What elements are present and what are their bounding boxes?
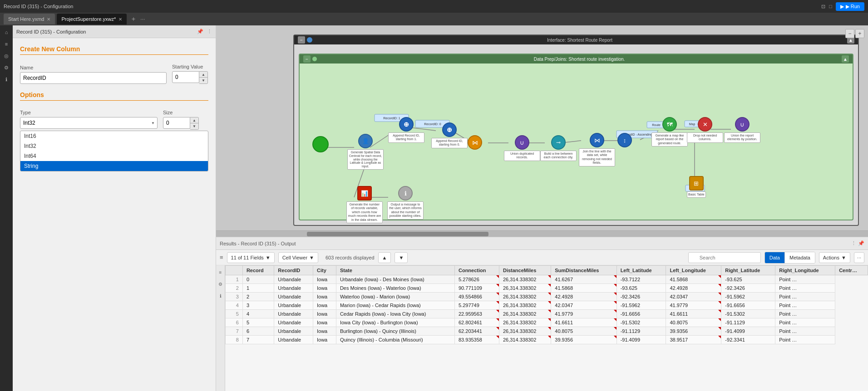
outer-expand-btn[interactable]: − [298, 36, 305, 44]
wf-node-recordid1[interactable]: ⊕ Append Record ID, starting from 1. [388, 117, 424, 143]
col-header-right-lat[interactable]: Right_Latitude [721, 266, 775, 275]
tab-add-button[interactable]: ＋ [128, 15, 138, 23]
search-input[interactable] [688, 252, 761, 263]
wf-node-spatial-desc: Generate Spatial Data Centroid for each … [347, 149, 384, 170]
type-item-string[interactable]: String [20, 161, 208, 171]
table-cell: -93.625 [721, 275, 775, 284]
table-cell: 26,314.338302 [499, 301, 551, 310]
spinner-down-button[interactable]: ▼ [199, 78, 207, 83]
table-row: 87UrbandaleIowaQuincy (Illinois) - Colum… [226, 336, 868, 344]
results-strip-icon-2[interactable]: ⚙ [216, 279, 226, 289]
type-item-int16[interactable]: Int16 [20, 131, 208, 141]
tab-start-here[interactable]: Start Here.yxmd ✕ [4, 14, 55, 24]
wf-node-dropcols[interactable]: ✕ Drop not needed columns. [687, 117, 723, 143]
wf-node-spatial[interactable]: 👤 Generate Spatial Data Centroid for eac… [347, 134, 384, 170]
wf-node-union[interactable]: ∪ Union duplicated records. [504, 135, 540, 161]
nav-layers-icon[interactable]: ≡ [1, 39, 11, 49]
nav-settings-icon[interactable]: ⚙ [1, 63, 11, 73]
type-item-int64[interactable]: Int64 [20, 151, 208, 161]
type-item-int32[interactable]: Int32 [20, 141, 208, 151]
col-header-sumdistancemiles[interactable]: SumDistanceMiles [551, 266, 616, 275]
starting-value-input[interactable] [172, 71, 199, 83]
inner-collapse-btn[interactable]: ▲ [842, 55, 849, 63]
name-input[interactable] [20, 72, 167, 84]
col-header-connection[interactable]: Connection [454, 266, 499, 275]
size-field-wrap: Size ▲ ▼ [163, 106, 208, 130]
col-header-right-lon[interactable]: Right_Longitude [775, 266, 835, 275]
hscroll-thumb[interactable] [307, 232, 488, 236]
wf-node-union2-desc: Union the report elements by position. [724, 132, 760, 143]
zoom-plus-button[interactable]: + [855, 29, 864, 38]
col-header-record[interactable]: Record [242, 266, 274, 275]
tab-close-project-superstore[interactable]: ✕ [118, 17, 122, 22]
table-cell: -92.3341 [721, 336, 775, 344]
wf-node-message[interactable]: ℹ Output a message to the user, which in… [387, 186, 424, 220]
col-header-distancemiles[interactable]: DistanceMiles [499, 266, 551, 275]
table-cell: 26,314.338302 [499, 310, 551, 318]
type-list: Int16 Int32 Int64 String [20, 131, 208, 171]
col-header-centr[interactable]: Centr… [835, 266, 868, 275]
table-cell: Urbandale (Iowa) - Des Moines (Iowa) [336, 275, 454, 284]
nav-info-icon[interactable]: ℹ [1, 74, 11, 84]
type-dropdown[interactable]: Int32 [20, 117, 158, 129]
col-header-state[interactable]: State [336, 266, 454, 275]
wf-node-join[interactable]: ⋈ [468, 135, 482, 150]
run-button[interactable]: ▶ ▶ Run [836, 2, 864, 11]
spinner-up-button[interactable]: ▲ [199, 72, 207, 78]
tab-bar: Start Here.yxmd ✕ ProjectSuperstore.yxwz… [0, 13, 868, 25]
wf-node-recordid0[interactable]: ⊕ Append Record ID, starting from 0. [431, 122, 468, 148]
canvas-zoom-controls: − + [845, 29, 864, 38]
table-cell: 6 [226, 318, 243, 327]
wf-node-input[interactable] [312, 136, 329, 152]
size-spinner-down[interactable]: ▼ [190, 123, 198, 129]
size-input[interactable] [163, 117, 190, 129]
wf-node-sort[interactable]: ↕ [617, 133, 632, 147]
menu-icon[interactable]: ≡ [220, 254, 223, 261]
col-header-recordid[interactable]: RecordID [274, 266, 313, 275]
wf-node-buildline[interactable]: ⊸ Build a line between each connection c… [540, 135, 577, 161]
restore-icon[interactable]: ⊡ [821, 4, 825, 10]
results-more-icon[interactable]: ⋮ [851, 240, 856, 246]
tab-data-button[interactable]: Data [765, 252, 785, 263]
tab-project-superstore[interactable]: ProjectSuperstore.yxwz* ✕ [57, 14, 127, 24]
nav-circle-icon[interactable]: ◎ [1, 51, 11, 61]
results-strip-icon-3[interactable]: ℹ [216, 291, 226, 301]
pin-icon[interactable]: 📌 [197, 29, 203, 34]
tab-more-button[interactable]: ··· [140, 16, 145, 22]
wf-node-table[interactable]: ⊞ Basic Table [687, 176, 706, 198]
results-strip-icon-1[interactable]: ≡ [216, 267, 226, 277]
zoom-minus-button[interactable]: − [845, 29, 854, 38]
tab-close-start-here[interactable]: ✕ [47, 17, 50, 22]
wf-node-recordid0-desc: Append Record ID, starting from 0. [431, 138, 468, 148]
canvas-hscroll[interactable] [216, 230, 868, 237]
more-icon[interactable]: ⋮ [207, 29, 212, 34]
results-pin-icon[interactable]: 📌 [858, 240, 864, 246]
wf-node-count[interactable]: 📊 Generate the number of records variabl… [346, 186, 383, 223]
maximize-icon[interactable]: □ [829, 4, 832, 9]
table-cell: 3 [242, 301, 274, 310]
canvas-area[interactable]: − Interface: Shortest Route Report ▲ − [216, 25, 868, 230]
inner-expand-btn[interactable]: − [303, 55, 311, 63]
more-options-button[interactable]: ··· [854, 252, 864, 263]
wf-node-union-desc: Union duplicated records. [504, 151, 540, 161]
wf-node-union2[interactable]: ∪ Union the report elements by position. [724, 117, 760, 143]
starting-value-label: Starting Value [172, 64, 208, 69]
wf-node-map[interactable]: 🗺 Generate a map like report based on th… [651, 117, 688, 147]
wf-node-joinline[interactable]: ⋈ Join the line with the data set, while… [579, 133, 615, 166]
size-spinner-up[interactable]: ▲ [190, 117, 198, 123]
nav-home-icon[interactable]: ⌂ [1, 27, 11, 37]
table-cell: 42.0347 [666, 293, 721, 301]
sort-down-button[interactable]: ▼ [395, 252, 408, 263]
table-cell: Iowa [313, 327, 336, 336]
table-cell: 0 [242, 275, 274, 284]
tab-metadata-button[interactable]: Metadata [785, 252, 815, 263]
col-header-left-lat[interactable]: Left_Latitude [616, 266, 666, 275]
cell-viewer-button[interactable]: Cell Viewer ▼ [278, 252, 318, 263]
sort-up-button[interactable]: ▲ [378, 252, 391, 263]
col-header-city[interactable]: City [313, 266, 336, 275]
data-table-wrap[interactable]: Record RecordID City State Connection Di… [225, 265, 868, 391]
actions-button[interactable]: Actions ▼ [819, 252, 850, 263]
fields-dropdown-button[interactable]: 11 of 11 Fields ▼ [227, 252, 275, 263]
col-header-left-lon[interactable]: Left_Longitude [666, 266, 721, 275]
table-cell: 83.935358 [454, 336, 499, 344]
